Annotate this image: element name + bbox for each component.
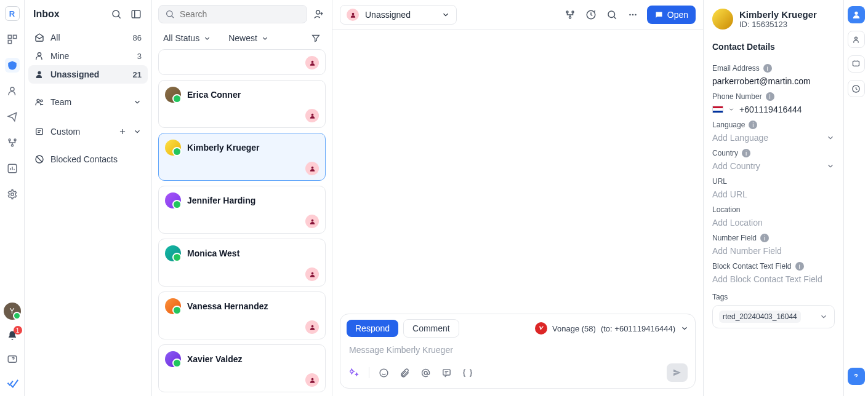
svg-point-35 xyxy=(635,14,637,16)
contact-detail-id: ID: 15635123 xyxy=(739,20,817,29)
channel-selector[interactable]: Vonage (58) (to: +601119416444) xyxy=(535,322,689,335)
url-input[interactable]: Add URL xyxy=(712,189,835,199)
contact-name: Xavier Valdez xyxy=(187,354,243,364)
contact-name: Kimberly Krueger xyxy=(187,143,259,152)
contact-panel-icon[interactable] xyxy=(848,6,865,23)
field-value-email[interactable]: parkerrobert@martin.com xyxy=(712,76,835,86)
filter-sort-dropdown[interactable]: Newest xyxy=(228,33,269,43)
chevron-down-icon xyxy=(133,127,142,136)
status-check-icon[interactable] xyxy=(5,375,20,390)
info-icon[interactable]: i xyxy=(763,64,772,73)
country-dropdown[interactable]: Add Country xyxy=(712,161,835,171)
block-text-input[interactable]: Add Block Contact Text Field xyxy=(712,274,835,284)
user-avatar[interactable]: Y xyxy=(4,303,21,320)
channel-panel-icon[interactable] xyxy=(848,55,865,73)
conversation-card[interactable]: Kimberly Krueger xyxy=(158,133,326,181)
tab-comment[interactable]: Comment xyxy=(403,319,459,338)
inbox-item-label: All xyxy=(50,33,60,42)
chevron-down-icon[interactable] xyxy=(728,106,734,113)
variable-icon[interactable] xyxy=(460,366,474,379)
svg-point-8 xyxy=(10,193,14,196)
help-icon[interactable] xyxy=(5,352,20,366)
info-icon[interactable]: i xyxy=(760,234,769,242)
svg-point-27 xyxy=(352,12,354,15)
inbox-group-team[interactable]: Team xyxy=(28,91,148,113)
conversation-card[interactable]: Monica West xyxy=(158,239,326,287)
emoji-icon[interactable] xyxy=(377,366,390,379)
svg-point-25 xyxy=(311,325,313,327)
conversation-card[interactable]: Vanessa Hernandez xyxy=(158,291,326,339)
conversation-card[interactable]: Erica Conner xyxy=(158,80,326,128)
mention-icon[interactable] xyxy=(419,366,432,379)
filter-status-label: All Status xyxy=(163,33,199,43)
assignee-dropdown[interactable]: Unassigned xyxy=(340,5,457,25)
svg-point-39 xyxy=(854,12,858,15)
conversation-search-input[interactable] xyxy=(158,5,307,23)
notifications-icon[interactable]: 1 xyxy=(5,328,20,343)
help-button[interactable] xyxy=(848,368,865,385)
unassigned-avatar-icon xyxy=(305,56,319,69)
svg-point-13 xyxy=(38,71,41,74)
search-icon[interactable] xyxy=(110,7,123,21)
chevron-down-icon xyxy=(261,34,269,42)
inbox-item-all[interactable]: All 86 xyxy=(28,28,148,47)
attachment-icon[interactable] xyxy=(398,366,411,379)
contact-avatar xyxy=(165,192,181,208)
tab-respond[interactable]: Respond xyxy=(347,320,398,337)
send-button[interactable] xyxy=(667,363,688,382)
contact-name: Jennifer Harding xyxy=(187,196,255,205)
field-label-language: Language xyxy=(712,121,745,129)
field-value-phone[interactable]: +601119416444 xyxy=(712,105,835,114)
inbox-group-custom[interactable]: Custom xyxy=(28,121,148,143)
conversation-card[interactable]: Xavier Valdez xyxy=(158,344,326,392)
settings-nav-icon[interactable] xyxy=(5,187,20,202)
inbox-item-blocked[interactable]: Blocked Contacts xyxy=(28,150,148,168)
search-field[interactable] xyxy=(180,9,300,19)
search-conversation-icon[interactable] xyxy=(605,8,619,22)
inbox-item-count: 21 xyxy=(133,70,142,79)
add-contact-icon[interactable] xyxy=(312,7,326,21)
filter-status-dropdown[interactable]: All Status xyxy=(163,33,211,43)
channel-dest: (to: +601119416444) xyxy=(601,324,675,333)
info-icon[interactable]: i xyxy=(749,121,757,129)
reports-nav-icon[interactable] xyxy=(5,161,20,176)
tag-chip[interactable]: rted_20240403_16044 xyxy=(719,311,801,323)
message-input[interactable] xyxy=(349,345,686,355)
svg-point-37 xyxy=(424,371,427,374)
chevron-down-icon xyxy=(826,162,835,170)
workflow-icon[interactable] xyxy=(563,8,577,22)
info-icon[interactable]: i xyxy=(742,149,750,157)
broadcast-nav-icon[interactable] xyxy=(5,109,20,124)
contacts-nav-icon[interactable] xyxy=(5,84,20,98)
snooze-icon[interactable] xyxy=(584,8,598,22)
filter-icon[interactable] xyxy=(311,33,321,43)
plus-icon[interactable] xyxy=(118,127,127,136)
snippet-icon[interactable] xyxy=(440,366,453,379)
tags-selector[interactable]: rted_20240403_16044 xyxy=(712,305,835,328)
contact-details-heading: Contact Details xyxy=(712,42,835,52)
info-icon[interactable]: i xyxy=(766,92,774,101)
open-status-button[interactable]: Open xyxy=(647,6,696,24)
conversation-card[interactable]: Jennifer Harding xyxy=(158,186,326,234)
location-input[interactable]: Add Location xyxy=(712,218,835,228)
language-dropdown[interactable]: Add Language xyxy=(712,133,835,143)
svg-point-10 xyxy=(113,10,119,17)
chevron-down-icon xyxy=(680,324,689,333)
inbox-nav-icon[interactable] xyxy=(5,58,20,73)
inbox-item-unassigned[interactable]: Unassigned 21 xyxy=(28,65,148,84)
info-icon[interactable]: i xyxy=(795,262,804,271)
conversation-card[interactable] xyxy=(158,49,326,75)
workflow-nav-icon[interactable] xyxy=(5,135,20,150)
phone-number-text: +601119416444 xyxy=(739,105,802,114)
activity-panel-icon[interactable] xyxy=(848,31,865,48)
dashboard-nav-icon[interactable] xyxy=(5,32,20,47)
history-panel-icon[interactable] xyxy=(848,80,865,97)
ai-assist-icon[interactable] xyxy=(348,366,361,379)
field-label-country: Country xyxy=(712,149,738,157)
collapse-panel-icon[interactable] xyxy=(129,7,143,21)
more-icon[interactable] xyxy=(626,8,640,22)
country-placeholder: Add Country xyxy=(712,161,760,171)
inbox-item-mine[interactable]: Mine 3 xyxy=(28,47,148,65)
app-logo[interactable]: R xyxy=(5,6,20,21)
number-field-input[interactable]: Add Number Field xyxy=(712,246,835,256)
